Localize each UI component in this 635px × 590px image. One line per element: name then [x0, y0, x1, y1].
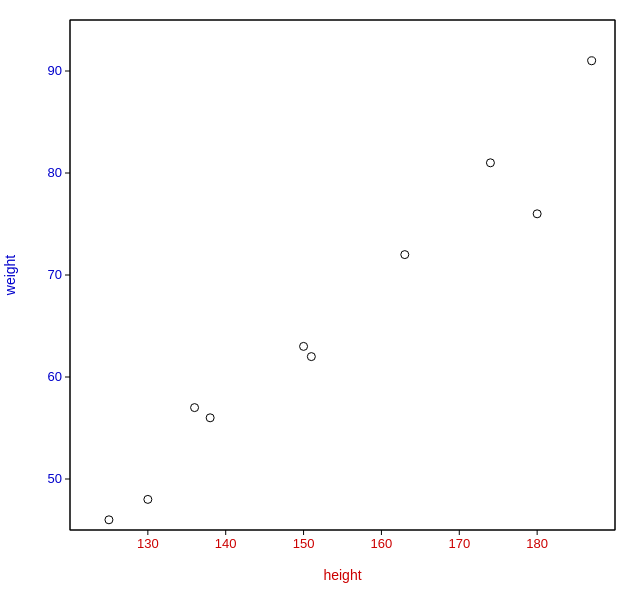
- svg-text:140: 140: [215, 536, 237, 551]
- svg-text:60: 60: [48, 369, 62, 384]
- svg-text:80: 80: [48, 165, 62, 180]
- svg-text:160: 160: [371, 536, 393, 551]
- svg-text:50: 50: [48, 471, 62, 486]
- svg-text:180: 180: [526, 536, 548, 551]
- svg-text:170: 170: [448, 536, 470, 551]
- svg-text:90: 90: [48, 63, 62, 78]
- svg-text:150: 150: [293, 536, 315, 551]
- svg-text:height: height: [323, 567, 361, 583]
- svg-text:weight: weight: [2, 255, 18, 297]
- svg-text:130: 130: [137, 536, 159, 551]
- scatter-plot: 1301401501601701805060708090heightweight: [0, 0, 635, 590]
- svg-rect-0: [70, 20, 615, 530]
- chart-container: 1301401501601701805060708090heightweight: [0, 0, 635, 590]
- svg-text:70: 70: [48, 267, 62, 282]
